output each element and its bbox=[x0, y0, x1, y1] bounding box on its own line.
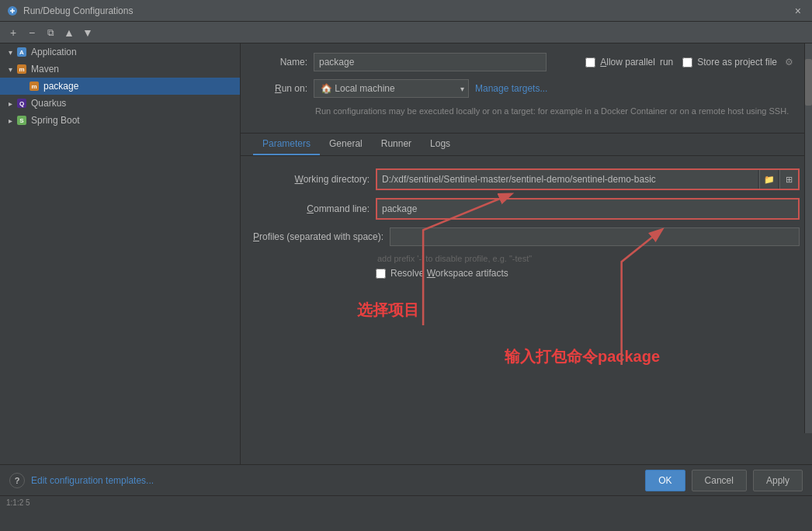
resolve-workspace-row: Resolve Workspace artifacts bbox=[253, 268, 800, 279]
tree-item-quarkus[interactable]: ▸ Q Quarkus bbox=[0, 95, 240, 112]
tree-item-application[interactable]: ▾ A Application bbox=[0, 43, 240, 61]
content-area: ▾ A Application ▾ m Maven m bbox=[0, 43, 812, 464]
command-line-label: Command line: bbox=[253, 203, 370, 214]
move-down-icon: ▼ bbox=[82, 26, 93, 39]
close-button[interactable]: × bbox=[790, 3, 806, 19]
tree-item-spring-boot[interactable]: ▸ S Spring Boot bbox=[0, 112, 240, 129]
name-input[interactable] bbox=[314, 53, 547, 71]
tree-item-maven-label: Maven bbox=[31, 64, 59, 75]
store-as-project-checkbox[interactable] bbox=[682, 57, 692, 68]
tab-parameters[interactable]: Parameters bbox=[253, 134, 320, 155]
svg-text:m: m bbox=[31, 83, 36, 90]
add-config-button[interactable]: + bbox=[5, 24, 22, 41]
name-label: Name: bbox=[253, 57, 307, 68]
add-icon: + bbox=[10, 26, 16, 39]
tree-item-application-label: Application bbox=[31, 47, 77, 57]
name-row: Name: Allow parallel Allow parallel runr… bbox=[253, 53, 800, 71]
profiles-label: Profiles (separated with space): bbox=[253, 231, 383, 242]
working-directory-input[interactable] bbox=[377, 170, 758, 189]
run-on-row: Run on: 🏠 Local machine ▾ Manage targets… bbox=[253, 79, 800, 98]
svg-text:S: S bbox=[19, 117, 24, 124]
expand-arrow-spring-boot: ▸ bbox=[5, 116, 16, 125]
window-title: Run/Debug Configurations bbox=[23, 5, 790, 16]
move-up-button[interactable]: ▲ bbox=[61, 24, 78, 41]
browse-variable-button[interactable]: ⊞ bbox=[779, 170, 798, 189]
bottom-left: ? Edit configuration templates... bbox=[9, 473, 154, 488]
tree-item-package[interactable]: m package bbox=[0, 78, 240, 95]
svg-text:Q: Q bbox=[19, 100, 24, 107]
resolve-workspace-checkbox[interactable] bbox=[376, 269, 386, 279]
resolve-workspace-checkbox-row: Resolve Workspace artifacts bbox=[376, 268, 508, 279]
title-bar: Run/Debug Configurations × bbox=[0, 0, 812, 22]
profiles-hint: add prefix '-' to disable profile, e.g. … bbox=[377, 254, 800, 263]
form-area: Name: Allow parallel Allow parallel runr… bbox=[241, 43, 812, 134]
application-icon: A bbox=[16, 46, 28, 58]
working-directory-label: Working directory: bbox=[253, 174, 370, 185]
window-icon bbox=[6, 5, 19, 17]
spring-boot-icon: S bbox=[16, 114, 28, 127]
resolve-workspace-label: Resolve Workspace artifacts bbox=[390, 268, 508, 279]
profiles-row: Profiles (separated with space): bbox=[253, 227, 800, 246]
svg-text:m: m bbox=[19, 66, 24, 73]
tree-item-package-label: package bbox=[43, 81, 78, 92]
tree-item-spring-boot-label: Spring Boot bbox=[31, 115, 80, 126]
tab-content-parameters: Working directory: 📁 ⊞ bbox=[241, 156, 812, 464]
expand-arrow-maven: ▾ bbox=[5, 65, 16, 74]
tab-general[interactable]: General bbox=[320, 134, 372, 155]
copy-config-button[interactable]: ⧉ bbox=[42, 24, 59, 41]
store-as-project-gear-icon[interactable]: ⚙ bbox=[785, 57, 793, 68]
scrollbar-thumb[interactable] bbox=[805, 59, 812, 106]
expand-arrow-application: ▾ bbox=[5, 48, 16, 57]
bottom-buttons: OK Cancel Apply bbox=[645, 470, 803, 491]
run-on-dropdown-wrapper: 🏠 Local machine ▾ bbox=[314, 79, 469, 98]
scrollbar[interactable] bbox=[804, 43, 812, 433]
svg-text:A: A bbox=[19, 49, 24, 56]
edit-templates-link[interactable]: Edit configuration templates... bbox=[31, 475, 154, 486]
run-on-dropdown[interactable]: 🏠 Local machine bbox=[314, 79, 469, 98]
tree-item-quarkus-label: Quarkus bbox=[31, 98, 66, 109]
profiles-input[interactable] bbox=[390, 227, 800, 246]
right-panel: Name: Allow parallel Allow parallel runr… bbox=[241, 43, 812, 464]
remove-icon: − bbox=[29, 26, 35, 39]
tab-logs[interactable]: Logs bbox=[421, 134, 460, 155]
tabs-bar: Parameters General Runner Logs bbox=[241, 134, 812, 156]
expand-arrow-quarkus: ▸ bbox=[5, 99, 16, 108]
allow-parallel-checkbox[interactable] bbox=[585, 57, 595, 68]
folder-icon: 📁 bbox=[764, 175, 775, 185]
apply-button[interactable]: Apply bbox=[753, 470, 803, 491]
manage-targets-link[interactable]: Manage targets... bbox=[475, 83, 547, 94]
run-on-label: Run on: bbox=[253, 83, 307, 94]
browse-folder-button[interactable]: 📁 bbox=[759, 170, 778, 189]
package-icon: m bbox=[28, 80, 40, 92]
status-bar: 1:1:2 5 bbox=[0, 495, 812, 509]
bottom-bar: ? Edit configuration templates... OK Can… bbox=[0, 464, 812, 495]
info-text: Run configurations may be executed local… bbox=[315, 106, 800, 117]
left-panel: ▾ A Application ▾ m Maven m bbox=[0, 43, 241, 464]
quarkus-icon: Q bbox=[16, 97, 28, 109]
allow-parallel-row: Allow parallel Allow parallel runrun bbox=[585, 57, 673, 68]
move-down-button[interactable]: ▼ bbox=[79, 24, 96, 41]
tab-runner[interactable]: Runner bbox=[372, 134, 421, 155]
ok-button[interactable]: OK bbox=[645, 470, 685, 491]
maven-icon: m bbox=[16, 63, 28, 75]
remove-config-button[interactable]: − bbox=[23, 24, 40, 41]
command-line-row: Command line: bbox=[253, 198, 800, 220]
variable-icon: ⊞ bbox=[786, 175, 793, 185]
cancel-button[interactable]: Cancel bbox=[692, 470, 747, 491]
status-text: 1:1:2 5 bbox=[6, 498, 30, 507]
move-up-icon: ▲ bbox=[64, 26, 75, 39]
working-directory-row: Working directory: 📁 ⊞ bbox=[253, 168, 800, 190]
help-button[interactable]: ? bbox=[9, 473, 25, 488]
allow-parallel-label: Allow parallel Allow parallel runrun bbox=[600, 57, 673, 68]
tree-item-maven[interactable]: ▾ m Maven bbox=[0, 61, 240, 78]
command-line-input[interactable] bbox=[377, 200, 798, 218]
toolbar: + − ⧉ ▲ ▼ bbox=[0, 22, 812, 43]
store-as-project-label: Store as project file bbox=[697, 57, 777, 68]
store-as-project-row: Store as project file ⚙ bbox=[682, 57, 793, 68]
working-directory-input-wrapper: 📁 ⊞ bbox=[376, 168, 800, 190]
copy-icon: ⧉ bbox=[47, 27, 54, 38]
